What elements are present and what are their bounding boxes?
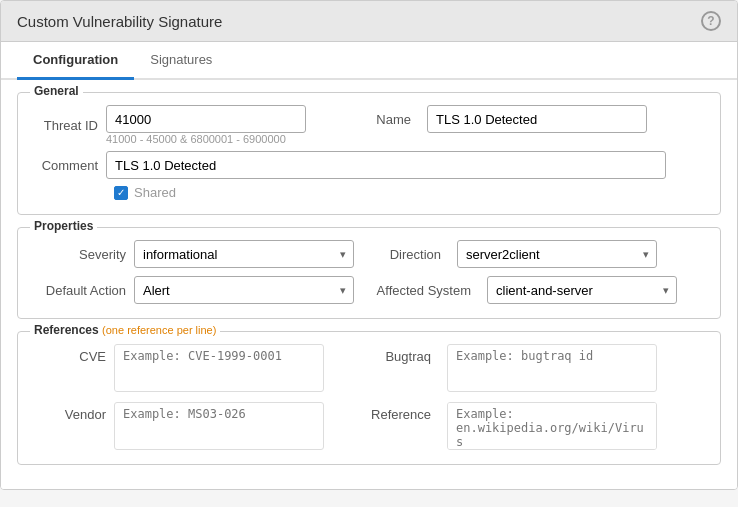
direction-select[interactable]: server2client client2server both bbox=[457, 240, 657, 268]
default-action-select[interactable]: Alert Allow Drop Reset-Both bbox=[134, 276, 354, 304]
threat-id-label: Threat ID bbox=[34, 118, 106, 133]
dialog: Custom Vulnerability Signature ? Configu… bbox=[0, 0, 738, 490]
default-action-select-wrapper: Alert Allow Drop Reset-Both ▾ bbox=[134, 276, 354, 304]
general-section: General Threat ID 41000 - 45000 & 680000… bbox=[17, 92, 721, 215]
cve-label: CVE bbox=[34, 344, 114, 364]
threat-id-hint: 41000 - 45000 & 6800001 - 6900000 bbox=[106, 133, 306, 145]
tab-signatures[interactable]: Signatures bbox=[134, 42, 228, 80]
default-action-label: Default Action bbox=[34, 283, 134, 298]
dialog-title: Custom Vulnerability Signature bbox=[17, 13, 222, 30]
direction-select-wrapper: server2client client2server both ▾ bbox=[457, 240, 657, 268]
general-section-label: General bbox=[30, 84, 83, 98]
bugtraq-input[interactable] bbox=[447, 344, 657, 392]
dialog-header: Custom Vulnerability Signature ? bbox=[1, 1, 737, 42]
affected-system-label: Affected System bbox=[369, 283, 479, 298]
properties-section-label: Properties bbox=[30, 219, 97, 233]
severity-label: Severity bbox=[34, 247, 134, 262]
name-label: Name bbox=[369, 112, 419, 127]
name-input[interactable] bbox=[427, 105, 647, 133]
shared-label: Shared bbox=[134, 185, 176, 200]
affected-system-select[interactable]: client-and-server client server bbox=[487, 276, 677, 304]
tab-configuration[interactable]: Configuration bbox=[17, 42, 134, 80]
references-section: References (one reference per line) CVE … bbox=[17, 331, 721, 465]
comment-label: Comment bbox=[34, 158, 106, 173]
shared-checkbox[interactable] bbox=[114, 186, 128, 200]
threat-id-input[interactable] bbox=[106, 105, 306, 133]
help-icon[interactable]: ? bbox=[701, 11, 721, 31]
bugtraq-label: Bugtraq bbox=[369, 344, 439, 364]
references-section-label: References (one reference per line) bbox=[30, 323, 220, 337]
cve-input[interactable] bbox=[114, 344, 324, 392]
severity-select[interactable]: informational low medium high critical bbox=[134, 240, 354, 268]
vendor-label: Vendor bbox=[34, 402, 114, 422]
reference-label: Reference bbox=[369, 402, 439, 422]
references-note: (one reference per line) bbox=[102, 324, 216, 336]
comment-input[interactable] bbox=[106, 151, 666, 179]
tab-bar: Configuration Signatures bbox=[1, 42, 737, 80]
tab-content: General Threat ID 41000 - 45000 & 680000… bbox=[1, 80, 737, 489]
vendor-input[interactable] bbox=[114, 402, 324, 450]
affected-system-select-wrapper: client-and-server client server ▾ bbox=[487, 276, 677, 304]
direction-label: Direction bbox=[369, 247, 449, 262]
properties-section: Properties Severity informational low me… bbox=[17, 227, 721, 319]
reference-input[interactable] bbox=[447, 402, 657, 450]
severity-select-wrapper: informational low medium high critical ▾ bbox=[134, 240, 354, 268]
